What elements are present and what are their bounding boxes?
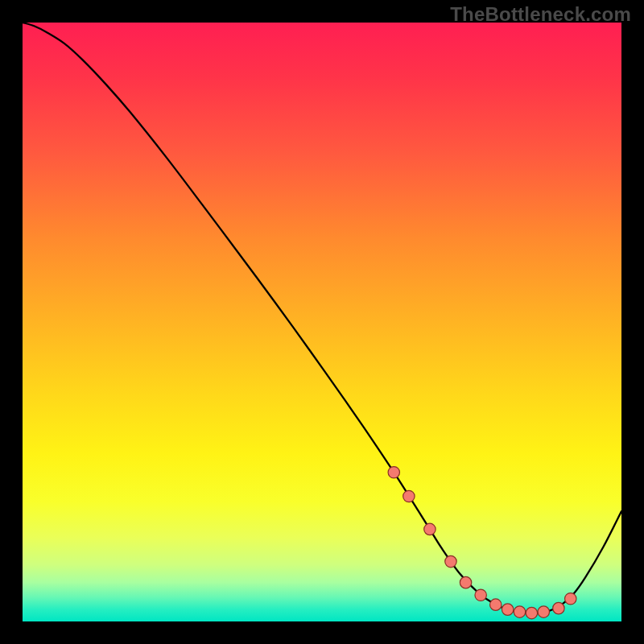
highlight-dot — [565, 593, 576, 605]
chart-svg — [23, 23, 621, 621]
highlight-dot — [526, 607, 537, 618]
highlight-dot — [460, 576, 471, 588]
bottleneck-curve — [23, 23, 621, 613]
highlight-dot — [388, 467, 399, 478]
chart-frame — [23, 23, 621, 621]
highlight-dot — [514, 606, 525, 617]
highlight-dot — [553, 602, 564, 613]
highlight-dot — [538, 606, 549, 617]
highlight-dot — [502, 604, 513, 615]
highlight-dot — [475, 589, 486, 601]
highlight-dot — [424, 523, 436, 535]
highlight-dot — [490, 599, 502, 610]
marker-group — [388, 467, 576, 619]
highlight-dot — [445, 555, 456, 567]
highlight-dot — [403, 490, 415, 502]
watermark-text: TheBottleneck.com — [450, 3, 631, 26]
